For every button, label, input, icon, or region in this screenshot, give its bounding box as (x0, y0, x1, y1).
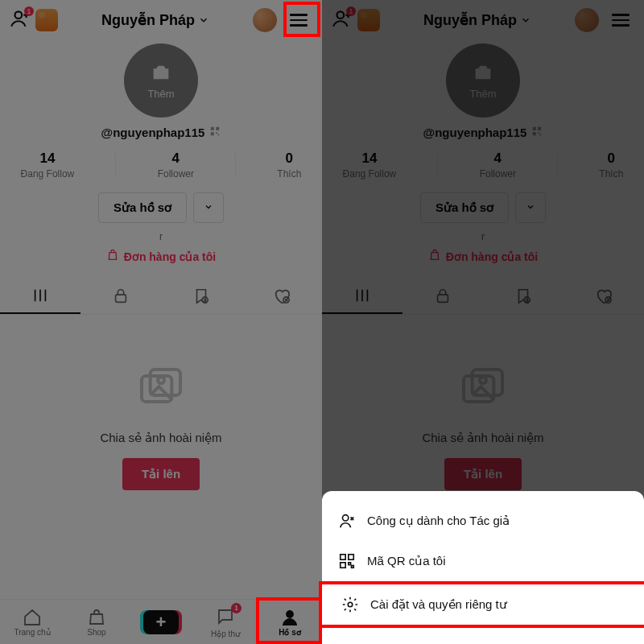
chevron-down-icon (520, 14, 531, 26)
svg-rect-4 (211, 132, 214, 135)
svg-rect-18 (533, 132, 536, 135)
svg-point-0 (15, 11, 23, 19)
tab-liked[interactable] (242, 279, 322, 314)
camera-icon (472, 61, 494, 86)
svg-rect-30 (341, 563, 345, 568)
bio-text: r (159, 231, 163, 242)
stat-likes[interactable]: 0 Thích (599, 151, 623, 180)
nav-shop[interactable]: Shop (64, 600, 129, 644)
empty-text: Chia sẻ ảnh hoài niệm (100, 431, 221, 445)
suggestions-toggle-button[interactable] (193, 192, 224, 223)
profile-handle: @nguyenphap115 (423, 126, 527, 139)
camera-icon (150, 61, 172, 86)
profile-handle: @nguyenphap115 (101, 126, 205, 139)
tab-liked[interactable] (564, 279, 644, 314)
svg-rect-3 (217, 127, 220, 130)
viewer-avatar-icon[interactable] (575, 8, 599, 32)
photos-icon (135, 363, 187, 418)
gear-icon (341, 596, 359, 613)
svg-rect-28 (341, 555, 345, 559)
nav-profile[interactable]: Hồ sơ (258, 600, 322, 644)
qr-icon[interactable] (531, 126, 543, 139)
suggestions-toggle-button[interactable] (515, 192, 546, 223)
svg-rect-6 (218, 134, 220, 136)
svg-rect-2 (211, 127, 214, 130)
tab-posts[interactable] (0, 279, 80, 314)
stat-following[interactable]: 14 Đang Follow (343, 151, 397, 180)
orders-link[interactable]: Đơn hàng của tôi (428, 249, 538, 264)
tab-saved[interactable] (483, 279, 564, 314)
sheet-creator-tools[interactable]: Công cụ dành cho Tác giả (322, 501, 644, 541)
bottom-nav: Trang chủ Shop + Hộp thư Hồ sơ (0, 599, 322, 644)
svg-point-33 (348, 602, 353, 607)
svg-rect-21 (438, 295, 448, 302)
tab-saved[interactable] (161, 279, 242, 314)
svg-point-13 (287, 611, 293, 617)
add-friend-icon[interactable] (332, 8, 353, 32)
username-dropdown[interactable]: Nguyễn Pháp (423, 11, 531, 29)
add-friend-icon[interactable] (10, 8, 31, 32)
svg-rect-7 (116, 295, 126, 302)
menu-button[interactable] (285, 9, 312, 31)
tab-private[interactable] (80, 279, 161, 314)
stat-followers[interactable]: 4 Follower (158, 151, 194, 180)
chevron-down-icon (198, 14, 209, 26)
nav-inbox[interactable]: Hộp thư (193, 600, 258, 644)
nav-home[interactable]: Trang chủ (0, 600, 64, 644)
viewer-avatar-icon[interactable] (253, 8, 277, 32)
menu-button[interactable] (607, 9, 634, 31)
content-tabs (0, 279, 322, 315)
svg-point-14 (337, 11, 345, 19)
edit-profile-button[interactable]: Sửa hồ sơ (420, 192, 509, 223)
svg-rect-32 (352, 566, 354, 568)
qr-icon[interactable] (209, 126, 221, 139)
orders-link[interactable]: Đơn hàng của tôi (106, 249, 216, 264)
header: Nguyễn Pháp (0, 0, 322, 37)
svg-point-12 (158, 377, 164, 383)
empty-state: Chia sẻ ảnh hoài niệm Tải lên (0, 315, 322, 599)
plus-icon: + (143, 610, 179, 634)
upload-button[interactable]: Tải lên (444, 458, 522, 490)
stat-likes[interactable]: 0 Thích (277, 151, 301, 180)
sheet-settings-privacy[interactable]: Cài đặt và quyền riêng tư (322, 584, 644, 625)
gift-icon[interactable] (35, 9, 58, 31)
profile-section: Thêm @nguyenphap115 14 Đang Follow 4 Fol… (0, 37, 322, 267)
bag-icon (106, 249, 119, 264)
upload-button[interactable]: Tải lên (122, 458, 200, 490)
sheet-my-qr[interactable]: Mã QR của tôi (322, 541, 644, 581)
nav-create[interactable]: + (129, 600, 193, 644)
svg-rect-19 (539, 132, 540, 134)
stats-row: 14 Đang Follow 4 Follower 0 Thích (0, 151, 322, 180)
header-title-text: Nguyễn Pháp (101, 11, 195, 29)
avatar-add-label: Thêm (147, 88, 174, 100)
svg-rect-17 (539, 127, 542, 130)
svg-point-27 (343, 515, 349, 521)
edit-profile-button[interactable]: Sửa hồ sơ (98, 192, 187, 223)
stat-following[interactable]: 14 Đang Follow (21, 151, 75, 180)
svg-point-1 (158, 70, 164, 76)
menu-sheet: Công cụ dành cho Tác giả Mã QR của tôi C… (322, 491, 644, 644)
tab-private[interactable] (402, 279, 483, 314)
svg-rect-29 (349, 555, 353, 559)
avatar-add-button[interactable]: Thêm (124, 43, 198, 118)
svg-rect-16 (533, 127, 536, 130)
phone-left: Nguyễn Pháp Thêm @nguyenphap115 14 Đang … (0, 0, 322, 644)
tab-posts[interactable] (322, 279, 402, 314)
svg-rect-5 (217, 132, 218, 134)
svg-rect-31 (349, 563, 351, 565)
svg-rect-20 (540, 134, 542, 136)
bag-icon (428, 249, 441, 264)
stat-followers[interactable]: 4 Follower (480, 151, 516, 180)
photos-icon (457, 363, 509, 418)
svg-point-26 (480, 377, 486, 383)
username-dropdown[interactable]: Nguyễn Pháp (101, 11, 209, 29)
svg-point-15 (480, 70, 486, 76)
avatar-add-button[interactable]: Thêm (446, 43, 520, 118)
gift-icon[interactable] (357, 9, 380, 31)
phone-right: Nguyễn Pháp Thêm @nguyenphap115 14 Đang … (322, 0, 644, 644)
highlight-settings: Cài đặt và quyền riêng tư (319, 581, 644, 628)
